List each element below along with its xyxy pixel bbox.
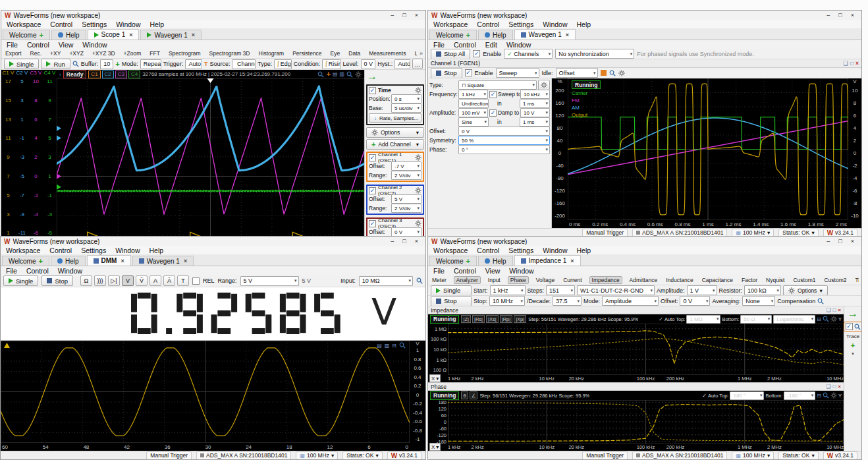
tab-help[interactable]: Help [478,256,513,266]
channel-1-gear-icon[interactable] [415,154,421,161]
offset-select[interactable]: 0 V▾ [680,296,710,306]
impedance-menu-3[interactable]: Window [509,267,533,275]
tab-scope-1[interactable]: Scope 1× [88,29,140,40]
phase-select[interactable]: 0 °▾ [458,145,550,154]
stop-freq-select[interactable]: 10 MHz▾ [489,296,525,306]
mag-trace-btn-0[interactable]: |Z| [461,315,470,323]
adapter-select[interactable]: W1-C1-DUT-C2-R-GND▾ [577,285,655,295]
y-axis-toggle[interactable]: Y [838,393,842,399]
buffer-select[interactable]: 10⇅ [100,59,113,69]
dmm-menu-0[interactable]: File [6,267,17,275]
impedance-main-menu-3[interactable]: Window [543,246,567,254]
condition-select[interactable]: ʃ Rising▾ [322,59,340,69]
y-axis-toggle[interactable]: Y [838,316,842,322]
fit-icon[interactable]: ▥ [385,343,390,349]
mag-x-axis-selector[interactable]: X▾ [429,374,441,382]
scope-menu-1[interactable]: Control [27,41,49,49]
impedance-view-1[interactable]: Analyzer [454,276,481,284]
tab-welcome[interactable]: Welcome+ [2,256,49,266]
status-chip[interactable]: Status: OK▾ [342,451,382,460]
per-decade-select[interactable]: 37.5▾ [553,296,582,306]
close-panel-icon[interactable]: × [838,384,841,389]
phase-plot[interactable] [448,400,844,444]
maximize-button[interactable]: □ [402,238,406,244]
dmm-mode-2[interactable]: ▷| [108,275,120,286]
stop-all-button[interactable]: Stop All [431,49,470,59]
scale-select[interactable]: Logarithmic▾ [773,315,815,324]
wavegen-titlebar[interactable]: W WaveForms (new workspace) –□× [428,11,861,20]
close-panel-icon[interactable]: × [855,60,859,67]
edit-wave-button[interactable] [538,80,550,90]
rate-samples-button[interactable]: ↓Rate, Samples... [369,113,421,123]
wavegen-menu-0[interactable]: File [433,41,445,49]
add-tab-icon[interactable]: + [466,257,470,265]
bottom-select[interactable]: -180 °▾ [784,391,815,400]
sync-select[interactable]: No synchronization▾ [555,49,634,59]
manual-trigger-button[interactable]: Manual Trigger [146,451,192,460]
pan-icon[interactable]: ▤ [377,343,382,349]
dmm-titlebar[interactable]: W WaveForms (new workspace) –□× [1,237,425,246]
expand-strip-icon[interactable]: → [848,308,858,320]
maximize-button[interactable]: □ [838,238,842,244]
zoom-icon[interactable] [823,316,829,322]
mode-select[interactable]: Repeated▾ [140,59,161,69]
manual-trigger-button[interactable]: Manual Trigger [582,451,628,460]
top-select[interactable]: 180 °▾ [730,391,764,400]
scope-view-9[interactable]: Histogram [257,49,285,57]
add-icon[interactable]: + [115,60,119,68]
wavegen-menu-1[interactable]: Control [454,41,476,49]
impedance-mag-plot[interactable] [448,324,844,375]
channel-color-swatch[interactable] [601,70,607,76]
impedance-view-5[interactable]: Current [562,276,583,284]
close-button[interactable]: × [851,238,854,244]
scope-titlebar[interactable]: W WaveForms (new workspace) –□× [1,11,425,20]
auto-top-label[interactable]: Auto Top: [708,393,729,399]
close-tab-icon[interactable]: × [129,32,132,38]
sweep-dir-select[interactable]: Undirectional▾ [458,99,489,108]
tab-wavegen-1[interactable]: Wavegen 1× [132,256,194,266]
compensation-icon[interactable] [817,298,824,304]
impedance-main-menu-1[interactable]: Control [477,246,499,254]
channel-badge-2[interactable]: C3 [115,71,127,78]
impedance-menu-1[interactable]: Control [454,267,476,275]
rate-chip[interactable]: ▦100 MHz▾ [732,451,774,460]
maximize-button[interactable]: □ [838,12,842,18]
scope-view-14[interactable]: Logging [413,49,417,57]
layout-icon[interactable]: ⊟ [817,393,821,399]
wavegen-main-menu-3[interactable]: Window [543,20,567,28]
minimize-button[interactable]: – [827,12,830,18]
maximize-panel-icon[interactable]: □ [850,60,854,67]
phase-trace-btn-0[interactable]: θ [461,391,468,399]
resistor-select[interactable]: 100 kΩ▾ [744,285,781,295]
trigger-t-icon[interactable]: T [204,61,208,67]
damp-shape-select[interactable]: Sine▾ [458,117,489,127]
scope-menu-0[interactable]: File [7,41,18,49]
wavegen-menu-3[interactable]: Window [506,41,531,49]
generator-mode-select[interactable]: Sweep▾ [496,68,539,78]
scope-view-7[interactable]: Spectrogram [167,49,202,57]
zoom-fit-icon[interactable] [346,71,353,78]
device-chip[interactable]: ADS_MAX A SN:210018BD1401 [196,451,291,460]
stop-button[interactable]: Stop [41,275,73,286]
scope-view-5[interactable]: +Zoom [122,49,143,57]
tab-help[interactable]: Help [51,30,86,40]
add-cursor-icon[interactable]: + [326,71,330,78]
start-select[interactable]: 1 kHz▾ [490,285,526,295]
channel-1-offset-select[interactable]: -7 V▾ [391,161,421,171]
overflow-chevron-icon[interactable]: » [420,50,423,57]
tab-wavegen-1[interactable]: Wavegen 1× [514,29,576,40]
time-gear-icon[interactable] [415,87,421,94]
impedance-menu-2[interactable]: View [485,267,501,275]
stop-button[interactable]: Stop [431,68,462,78]
close-tab-icon[interactable]: × [566,32,569,38]
impedance-view-9[interactable]: Capacitance [701,276,734,284]
single-button[interactable]: Single [431,285,472,296]
averaging-select[interactable]: None▾ [742,296,775,306]
scope-view-12[interactable]: Data [347,49,362,57]
maximize-panel-icon[interactable]: □ [832,384,836,389]
mag-trace-btn-1[interactable]: |Rs| [472,315,485,323]
impedance-view-7[interactable]: Admittance [628,276,659,284]
add-trace-button[interactable]: + [851,341,855,349]
preview-zoom-icon[interactable] [609,70,616,76]
scope-view-1[interactable]: Rec. [29,49,43,57]
